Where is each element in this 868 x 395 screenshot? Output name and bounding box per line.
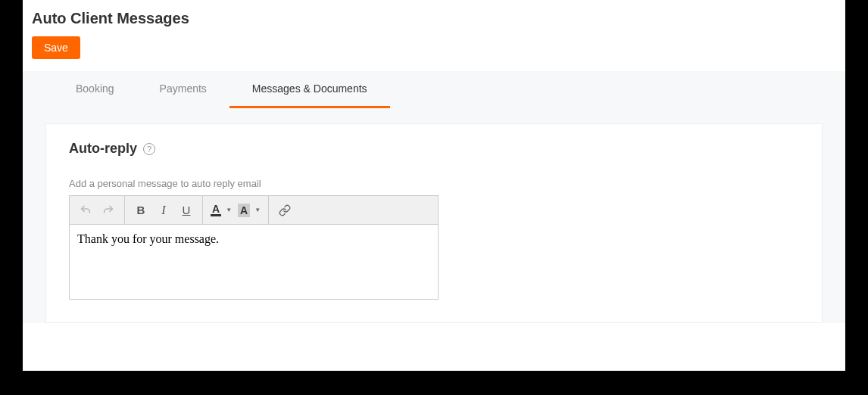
help-icon[interactable]: ? bbox=[143, 143, 155, 155]
section-title: Auto-reply bbox=[69, 141, 137, 157]
redo-button[interactable] bbox=[97, 199, 120, 222]
tab-area: Booking Payments Messages & Documents Au… bbox=[23, 71, 845, 323]
underline-button[interactable]: U bbox=[175, 199, 198, 222]
tab-payments[interactable]: Payments bbox=[137, 71, 229, 108]
page-title: Auto Client Messages bbox=[32, 10, 836, 27]
chevron-down-icon: ▼ bbox=[226, 207, 232, 213]
bold-button[interactable]: B bbox=[130, 199, 152, 222]
section-header: Auto-reply ? bbox=[69, 141, 799, 157]
toolbar-group-format: B I U bbox=[125, 196, 203, 224]
toolbar-group-history bbox=[70, 196, 125, 224]
editor-label: Add a personal message to auto reply ema… bbox=[69, 178, 799, 189]
save-button[interactable]: Save bbox=[32, 36, 80, 59]
editor-toolbar: B I U A ▼ A ▼ bbox=[70, 196, 438, 225]
chevron-down-icon: ▼ bbox=[254, 207, 261, 213]
tab-booking[interactable]: Booking bbox=[53, 71, 137, 108]
italic-button[interactable]: I bbox=[152, 199, 175, 222]
toolbar-group-color: A ▼ A ▼ bbox=[203, 196, 269, 224]
redo-icon bbox=[102, 204, 114, 216]
page-container: Auto Client Messages Save Booking Paymen… bbox=[23, 0, 845, 371]
link-icon bbox=[279, 204, 291, 216]
tab-messages-documents[interactable]: Messages & Documents bbox=[229, 71, 390, 108]
tab-list: Booking Payments Messages & Documents bbox=[23, 71, 845, 108]
rich-text-editor: B I U A ▼ A ▼ bbox=[69, 195, 439, 300]
undo-icon bbox=[80, 204, 92, 216]
font-color-icon: A bbox=[211, 204, 221, 216]
editor-textarea[interactable]: Thank you for your message. bbox=[70, 225, 438, 299]
content-panel: Auto-reply ? Add a personal message to a… bbox=[45, 123, 823, 323]
page-header: Auto Client Messages Save bbox=[23, 0, 845, 59]
toolbar-group-link bbox=[269, 196, 301, 224]
bg-color-icon: A bbox=[238, 204, 250, 217]
bg-color-button[interactable]: A ▼ bbox=[235, 199, 264, 222]
font-color-button[interactable]: A ▼ bbox=[208, 199, 235, 222]
link-button[interactable] bbox=[273, 199, 296, 222]
undo-button[interactable] bbox=[74, 199, 97, 222]
